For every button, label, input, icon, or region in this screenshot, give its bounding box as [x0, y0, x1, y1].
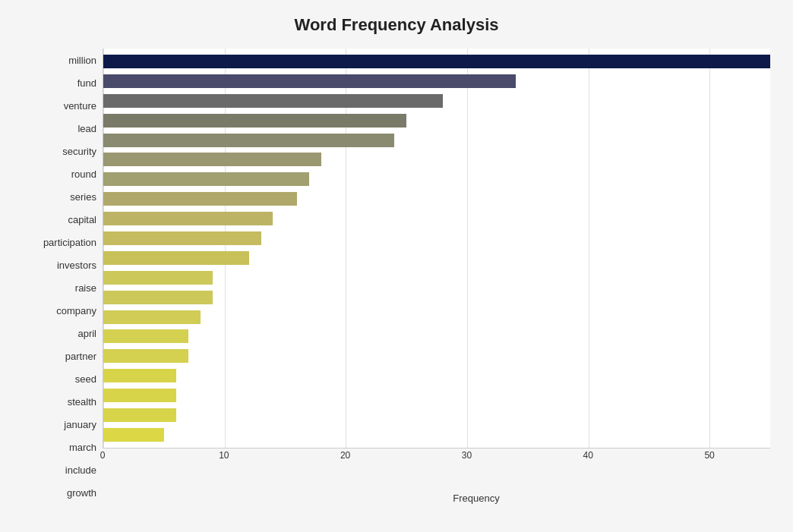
y-label-participation: participation	[23, 231, 96, 253]
bar-growth	[103, 428, 164, 442]
bar-security	[103, 134, 394, 147]
bar-row-million	[103, 53, 770, 70]
y-label-million: million	[23, 49, 96, 71]
y-label-growth: growth	[23, 482, 96, 503]
bar-row-venture	[103, 93, 770, 109]
x-axis-title: Frequency	[182, 493, 770, 504]
bar-series	[103, 172, 309, 186]
y-label-investors: investors	[23, 254, 96, 275]
bar-include	[103, 408, 176, 422]
x-tick-40: 40	[583, 450, 593, 461]
y-label-lead: lead	[23, 118, 96, 139]
bar-round	[103, 153, 321, 166]
bar-row-raise	[103, 250, 770, 266]
bar-venture	[103, 94, 443, 108]
bar-row-partner	[103, 309, 770, 326]
y-label-fund: fund	[23, 72, 96, 93]
bar-row-growth	[103, 427, 770, 443]
bar-row-round	[103, 151, 770, 168]
y-label-include: include	[23, 459, 96, 480]
bar-lead	[103, 114, 406, 127]
bar-row-include	[103, 407, 770, 423]
y-label-round: round	[23, 163, 96, 184]
bar-row-lead	[103, 112, 770, 129]
bar-company	[103, 271, 213, 285]
y-label-january: january	[23, 414, 96, 435]
x-tick-50: 50	[704, 450, 714, 461]
y-label-series: series	[23, 186, 96, 207]
y-label-company: company	[23, 300, 96, 321]
y-label-april: april	[23, 323, 96, 344]
bar-capital	[103, 192, 297, 206]
chart-title: Word Frequency Analysis	[23, 15, 770, 35]
bar-row-seed	[103, 328, 770, 345]
y-label-capital: capital	[23, 209, 96, 230]
bar-row-january	[103, 367, 770, 384]
bars-area	[103, 49, 770, 449]
y-label-security: security	[23, 140, 96, 162]
bar-january	[103, 369, 176, 382]
bar-fund	[103, 74, 516, 88]
bar-row-series	[103, 171, 770, 187]
bar-row-march	[103, 387, 770, 404]
bar-partner	[103, 310, 201, 324]
bar-march	[103, 389, 176, 402]
chart-container: Word Frequency Analysis millionfundventu…	[0, 0, 793, 532]
x-tick-0: 0	[100, 450, 106, 461]
bar-participation	[103, 212, 273, 225]
y-labels: millionfundventureleadsecurityroundserie…	[23, 49, 103, 504]
y-label-partner: partner	[23, 345, 96, 367]
bar-row-participation	[103, 210, 770, 227]
y-label-venture: venture	[23, 95, 96, 116]
y-label-raise: raise	[23, 277, 96, 298]
y-label-march: march	[23, 436, 96, 458]
bar-row-investors	[103, 230, 770, 247]
bar-row-stealth	[103, 348, 770, 364]
x-tick-30: 30	[462, 450, 472, 461]
bar-row-company	[103, 269, 770, 286]
bar-row-capital	[103, 190, 770, 207]
bar-row-april	[103, 289, 770, 306]
bar-million	[103, 55, 770, 68]
x-tick-10: 10	[219, 450, 229, 461]
bar-raise	[103, 251, 249, 265]
chart-area: millionfundventureleadsecurityroundserie…	[23, 49, 770, 504]
bar-april	[103, 291, 213, 304]
bar-row-fund	[103, 73, 770, 90]
bar-seed	[103, 329, 188, 343]
y-label-seed: seed	[23, 368, 96, 389]
y-label-stealth: stealth	[23, 391, 96, 412]
bar-stealth	[103, 349, 188, 363]
bar-row-security	[103, 132, 770, 149]
x-tick-20: 20	[340, 450, 350, 461]
bar-investors	[103, 231, 261, 245]
